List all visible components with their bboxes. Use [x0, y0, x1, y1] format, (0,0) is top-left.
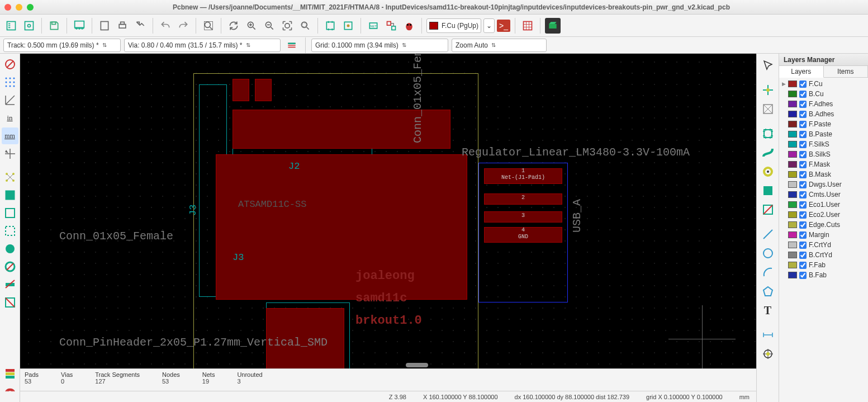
show-ratsnest-button[interactable] — [2, 169, 18, 186]
minimize-icon[interactable] — [16, 4, 22, 11]
layer-visible-checkbox[interactable] — [799, 131, 807, 138]
track-width-dropdown[interactable]: Track: 0.500 mm (19.69 mils) * ⇅ — [3, 39, 121, 52]
draw-line-button[interactable] — [760, 226, 776, 243]
layer-visible-checkbox[interactable] — [799, 221, 807, 229]
layer-color-swatch[interactable] — [788, 262, 797, 268]
layer-row-f-cu[interactable]: ▶F.Cu — [781, 79, 866, 89]
cursor-shape-button[interactable] — [2, 145, 18, 162]
layer-visible-checkbox[interactable] — [799, 211, 807, 219]
layer-color-swatch[interactable] — [788, 211, 797, 218]
local-ratsnest-button[interactable] — [760, 101, 776, 117]
maximize-icon[interactable] — [27, 4, 34, 11]
draw-arc-button[interactable] — [760, 264, 776, 281]
footprint-wizard-button[interactable] — [322, 18, 338, 34]
layer-manager-toggle-button[interactable] — [2, 365, 18, 382]
show-zone-outlines-button[interactable] — [2, 205, 18, 221]
layer-color-swatch[interactable] — [788, 121, 797, 127]
add-via-button[interactable] — [760, 163, 776, 180]
layer-row-cmts-user[interactable]: Cmts.User — [781, 190, 866, 200]
layer-color-swatch[interactable] — [788, 231, 797, 238]
render-settings-button[interactable] — [520, 18, 535, 34]
layer-color-swatch[interactable] — [788, 242, 797, 248]
layer-color-swatch[interactable] — [788, 221, 797, 228]
layer-visible-checkbox[interactable] — [799, 91, 807, 98]
layer-visible-checkbox[interactable] — [799, 121, 807, 128]
footprint-editor-button[interactable] — [340, 18, 356, 34]
zoom-selection-button[interactable] — [297, 18, 313, 34]
layer-row-f-mask[interactable]: F.Mask — [781, 159, 866, 169]
3d-viewer-button[interactable] — [545, 18, 561, 34]
layer-visible-checkbox[interactable] — [799, 151, 807, 158]
layer-color-swatch[interactable] — [788, 151, 797, 158]
layer-row-eco1-user[interactable]: Eco1.User — [781, 200, 866, 210]
microwave-toolbar-button[interactable] — [2, 383, 18, 400]
layer-color-swatch[interactable] — [788, 81, 797, 87]
plot-button[interactable] — [132, 18, 148, 34]
layer-row-margin[interactable]: Margin — [781, 230, 866, 240]
hide-zones-button[interactable] — [2, 223, 18, 239]
layer-visible-checkbox[interactable] — [799, 262, 807, 269]
layer-row-b-paste[interactable]: B.Paste — [781, 129, 866, 139]
units-inches-button[interactable]: in — [2, 110, 18, 126]
layer-color-swatch[interactable] — [788, 171, 797, 178]
layer-row-edge-cuts[interactable]: Edge.Cuts — [781, 220, 866, 230]
layer-color-swatch[interactable] — [788, 91, 797, 97]
grid-dropdown[interactable]: Grid: 0.1000 mm (3.94 mils) ⇅ — [311, 39, 448, 52]
layer-visible-checkbox[interactable] — [799, 201, 807, 209]
layer-visible-checkbox[interactable] — [799, 231, 807, 239]
layer-color-swatch[interactable] — [788, 131, 797, 138]
layer-visible-checkbox[interactable] — [799, 111, 807, 118]
pcb-canvas[interactable]: 1 Net-(J1-Pad1) 2 3 4 GND Conn_01x05_Fem… — [20, 54, 756, 368]
tab-items[interactable]: Items — [824, 66, 869, 77]
track-display-button[interactable] — [2, 276, 18, 293]
layer-row-b-crtyd[interactable]: B.CrtYd — [781, 250, 866, 260]
layer-visible-checkbox[interactable] — [799, 252, 807, 259]
update-from-schematic-button[interactable] — [383, 18, 399, 34]
layer-color-swatch[interactable] — [788, 201, 797, 208]
layer-visible-checkbox[interactable] — [799, 181, 807, 188]
layer-row-eco2-user[interactable]: Eco2.User — [781, 210, 866, 220]
layer-visible-checkbox[interactable] — [799, 101, 807, 108]
import-netlist-button[interactable]: NET — [366, 18, 381, 34]
polar-coords-button[interactable] — [2, 92, 18, 108]
active-layer-dropdown[interactable]: F.Cu (PgUp) — [426, 18, 481, 33]
redo-button[interactable] — [176, 18, 191, 34]
layer-color-swatch[interactable] — [788, 101, 797, 107]
tab-layers[interactable]: Layers — [779, 66, 824, 78]
grid-toggle-button[interactable] — [2, 74, 18, 91]
layer-color-swatch[interactable] — [788, 161, 797, 168]
horizontal-scrollbar[interactable] — [20, 362, 756, 368]
draw-polygon-button[interactable] — [760, 283, 776, 300]
select-tool-button[interactable] — [760, 57, 776, 74]
zoom-all-button[interactable] — [279, 18, 295, 34]
undo-button[interactable] — [158, 18, 173, 34]
layer-row-b-fab[interactable]: B.Fab — [781, 270, 866, 280]
drc-button[interactable] — [401, 18, 417, 34]
layer-row-f-fab[interactable]: F.Fab — [781, 260, 866, 270]
auto-track-width-button[interactable] — [284, 37, 300, 53]
add-keepout-button[interactable] — [760, 201, 776, 218]
add-footprint-button[interactable] — [760, 125, 776, 142]
place-origin-button[interactable] — [760, 346, 776, 362]
high-contrast-button[interactable] — [2, 294, 18, 311]
via-display-button[interactable] — [2, 258, 18, 275]
layer-visible-checkbox[interactable] — [799, 161, 807, 168]
board-setup-button[interactable] — [72, 18, 87, 34]
layer-visible-checkbox[interactable] — [799, 272, 807, 279]
layer-row-b-mask[interactable]: B.Mask — [781, 169, 866, 179]
layer-color-swatch[interactable] — [788, 191, 797, 198]
layer-row-f-paste[interactable]: F.Paste — [781, 119, 866, 129]
pad-display-button[interactable] — [2, 240, 18, 257]
draw-circle-button[interactable] — [760, 245, 776, 262]
layer-visible-checkbox[interactable] — [799, 171, 807, 178]
route-track-button[interactable] — [760, 144, 776, 161]
layer-dropdown-arrow[interactable]: ⌄ — [483, 18, 495, 33]
layer-visible-checkbox[interactable] — [799, 141, 807, 148]
add-dimension-button[interactable] — [760, 327, 776, 343]
no-tool-button[interactable] — [2, 56, 18, 73]
add-zone-button[interactable] — [760, 182, 776, 199]
layer-color-swatch[interactable] — [788, 111, 797, 117]
layer-row-b-adhes[interactable]: B.Adhes — [781, 109, 866, 119]
scripting-console-button[interactable]: >_ — [497, 20, 510, 32]
layer-visible-checkbox[interactable] — [799, 81, 807, 88]
